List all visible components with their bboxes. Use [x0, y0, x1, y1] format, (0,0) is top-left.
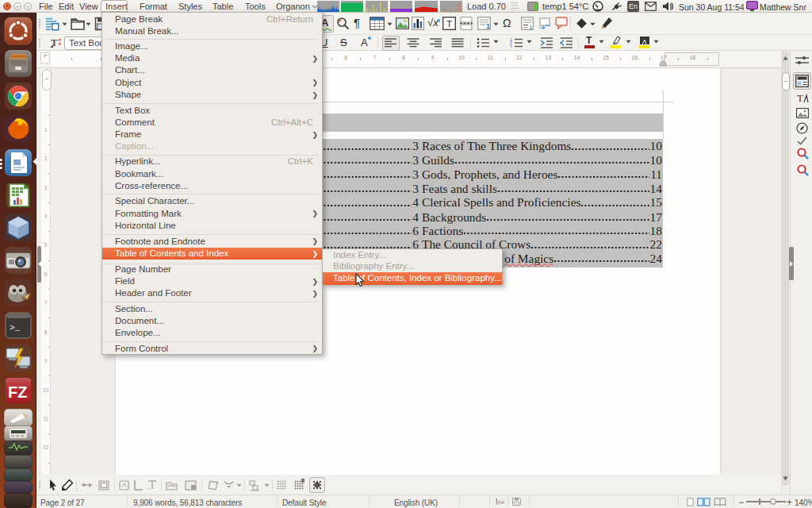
svg-text:1: 1 — [486, 22, 490, 30]
svg-text:3: 3 — [510, 44, 512, 48]
svg-text:T: T — [446, 19, 452, 29]
svg-text:FZ: FZ — [8, 383, 27, 401]
svg-text:>_: >_ — [10, 323, 21, 333]
svg-text:T: T — [797, 92, 803, 104]
svg-text:1: 1 — [529, 24, 533, 31]
